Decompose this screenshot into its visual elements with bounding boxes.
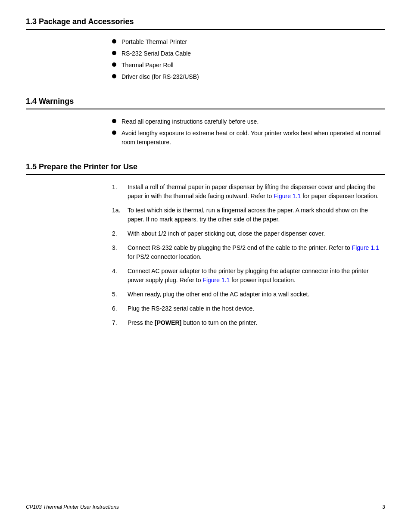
- list-item: 4. Connect AC power adapter to the print…: [112, 267, 385, 285]
- section-1-5: 1.5 Prepare the Printer for Use 1. Insta…: [26, 162, 385, 327]
- list-item-text: Read all operating instructions carefull…: [121, 117, 258, 126]
- item-text: To test which side is thermal, run a fin…: [128, 206, 385, 224]
- section-1-4: 1.4 Warnings Read all operating instruct…: [26, 97, 385, 147]
- item-number: 1a.: [112, 206, 128, 215]
- page-footer: CP103 Thermal Printer User Instructions …: [26, 500, 385, 510]
- bullet-dot-icon: [112, 62, 116, 67]
- section-1-3-divider: [26, 29, 385, 30]
- list-item-text: Thermal Paper Roll: [121, 61, 174, 70]
- section-1-5-heading: 1.5 Prepare the Printer for Use: [26, 162, 385, 171]
- section-1-4-heading: 1.4 Warnings: [26, 97, 385, 106]
- figure-1-1-link[interactable]: Figure 1.1: [274, 193, 301, 199]
- bullet-dot-icon: [112, 51, 116, 55]
- list-item: Read all operating instructions carefull…: [112, 117, 385, 126]
- item-text: Plug the RS-232 serial cable in the host…: [128, 304, 385, 313]
- section-1-4-divider: [26, 109, 385, 109]
- list-item: Thermal Paper Roll: [112, 61, 385, 70]
- list-item-text: RS-232 Serial Data Cable: [121, 49, 191, 58]
- page-content: 1.3 Package and Accessories Portable The…: [26, 17, 385, 510]
- list-item-text: Driver disc (for RS-232/USB): [121, 72, 199, 81]
- bullet-dot-icon: [112, 131, 116, 135]
- list-item: 2. With about 1/2 inch of paper sticking…: [112, 229, 385, 238]
- section-1-5-list: 1. Install a roll of thermal paper in pa…: [26, 183, 385, 327]
- list-item: 1. Install a roll of thermal paper in pa…: [112, 183, 385, 201]
- item-number: 6.: [112, 304, 128, 313]
- list-item: 5. When ready, plug the other end of the…: [112, 290, 385, 299]
- item-text: Connect RS-232 cable by plugging the PS/…: [128, 243, 385, 261]
- figure-1-1-link[interactable]: Figure 1.1: [202, 277, 230, 283]
- item-text: Press the [POWER] button to turn on the …: [128, 318, 385, 327]
- list-item: Driver disc (for RS-232/USB): [112, 72, 385, 81]
- item-number: 5.: [112, 290, 128, 299]
- item-number: 2.: [112, 229, 128, 238]
- list-item-text: Portable Thermal Printer: [121, 37, 187, 47]
- item-text: When ready, plug the other end of the AC…: [128, 290, 385, 299]
- list-item: 3. Connect RS-232 cable by plugging the …: [112, 243, 385, 261]
- bullet-dot-icon: [112, 119, 116, 123]
- item-number: 3.: [112, 243, 128, 252]
- list-item: RS-232 Serial Data Cable: [112, 49, 385, 58]
- bullet-dot-icon: [112, 74, 116, 78]
- item-number: 1.: [112, 183, 128, 192]
- list-item: Portable Thermal Printer: [112, 37, 385, 47]
- item-text: With about 1/2 inch of paper sticking ou…: [128, 229, 385, 238]
- power-bold: [POWER]: [155, 319, 181, 326]
- footer-left: CP103 Thermal Printer User Instructions: [26, 504, 119, 510]
- bullet-dot-icon: [112, 39, 116, 44]
- footer-right: 3: [382, 504, 385, 510]
- list-item: Avoid lengthy exposure to extreme heat o…: [112, 129, 385, 147]
- item-text: Install a roll of thermal paper in paper…: [128, 183, 385, 201]
- list-item: 1a. To test which side is thermal, run a…: [112, 206, 385, 224]
- section-1-5-divider: [26, 174, 385, 175]
- list-item: 6. Plug the RS-232 serial cable in the h…: [112, 304, 385, 313]
- item-number: 4.: [112, 267, 128, 276]
- section-1-3-list: Portable Thermal Printer RS-232 Serial D…: [26, 37, 385, 81]
- item-number: 7.: [112, 318, 128, 327]
- section-1-4-list: Read all operating instructions carefull…: [26, 117, 385, 147]
- section-1-3-heading: 1.3 Package and Accessories: [26, 17, 385, 26]
- section-1-3: 1.3 Package and Accessories Portable The…: [26, 17, 385, 81]
- list-item: 7. Press the [POWER] button to turn on t…: [112, 318, 385, 327]
- item-text: Connect AC power adapter to the printer …: [128, 267, 385, 285]
- list-item-text: Avoid lengthy exposure to extreme heat o…: [121, 129, 385, 147]
- figure-1-1-link[interactable]: Figure 1.1: [352, 244, 379, 251]
